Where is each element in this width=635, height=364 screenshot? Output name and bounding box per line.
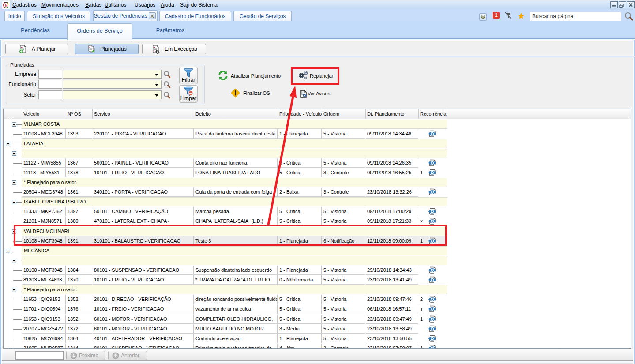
svg-text:N: N [5,4,8,7]
